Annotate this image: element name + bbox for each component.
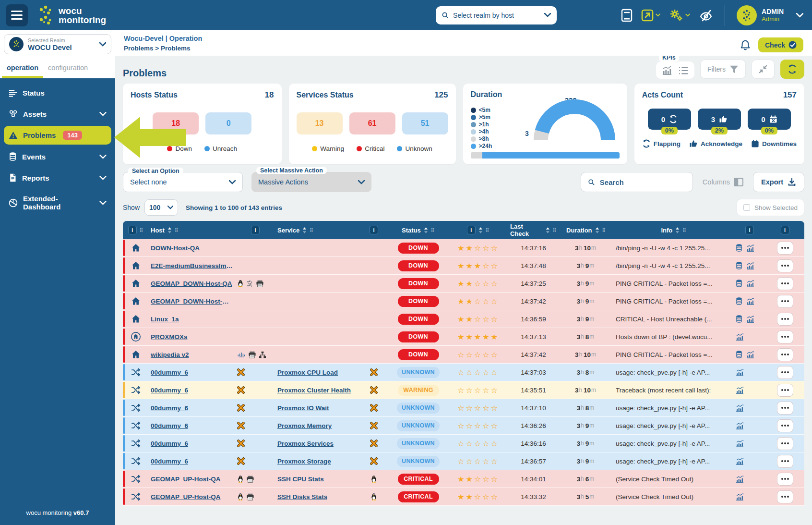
kpi-chart-icon[interactable] (662, 66, 672, 75)
row-actions-button[interactable] (777, 402, 793, 415)
drag-handle-icon[interactable]: ⠿ (682, 228, 686, 233)
table-row[interactable]: DOWN-Host-QA DOWN ★★☆☆☆ 14:37:16 3h10m /… (123, 239, 804, 257)
criticality-stars[interactable]: ☆☆☆☆☆ (457, 457, 499, 466)
row-actions-button[interactable] (777, 295, 793, 308)
host-link[interactable]: GEOMAP_DOWN-Host-QA (151, 280, 232, 287)
table-row[interactable]: 00dummy_6 Proxmox IO Wait UNKNOWN ☆☆☆☆☆ … (123, 399, 804, 417)
host-link[interactable]: 00dummy_6 (151, 369, 188, 376)
criticality-stars[interactable]: ★★☆☆☆ (457, 297, 499, 306)
criticality-stars[interactable]: ★★☆☆☆ (457, 492, 499, 501)
service-link[interactable]: SSH CPU Stats (277, 476, 324, 483)
service-link[interactable]: Proxmox IO Wait (277, 404, 329, 412)
table-row[interactable]: 00dummy_6 Proxmox Cluster Health WARNING… (123, 381, 804, 399)
host-link[interactable]: Linux_1a (151, 316, 179, 323)
search-input[interactable] (600, 178, 686, 186)
table-row[interactable]: 00dummy_6 Proxmox Memory UNKNOWN ☆☆☆☆☆ 1… (123, 417, 804, 435)
info-tooltip-icon[interactable]: i (467, 226, 476, 234)
host-link[interactable]: PROXMOXs (151, 333, 188, 341)
row-actions-button[interactable] (777, 384, 793, 397)
hamburger-menu-button[interactable] (6, 4, 28, 26)
info-tooltip-icon[interactable]: i (781, 226, 789, 234)
criticality-stars[interactable]: ★★☆☆☆ (457, 244, 499, 253)
status-count-box[interactable]: 51 (402, 112, 448, 134)
page-size-select[interactable]: 100 (144, 199, 178, 216)
drag-handle-icon[interactable]: ⠿ (486, 228, 490, 233)
criticality-stars[interactable]: ☆☆☆☆☆ (457, 403, 499, 413)
col-last-check[interactable]: Last Check (510, 223, 543, 237)
drag-handle-icon[interactable]: ⠿ (553, 228, 557, 233)
col-host[interactable]: Host (151, 227, 165, 234)
external-tools-menu[interactable] (641, 9, 660, 22)
table-row[interactable]: wikipedia v2 CISCO DOWN ☆☆☆☆☆ 14:37:42 3… (123, 346, 804, 364)
criticality-stars[interactable]: ★★★★★ (457, 332, 499, 342)
drag-handle-icon[interactable]: ⠿ (140, 228, 143, 233)
criticality-stars[interactable]: ☆☆☆☆☆ (457, 421, 499, 430)
row-actions-button[interactable] (777, 455, 793, 468)
host-link[interactable]: wikipedia v2 (151, 351, 189, 358)
table-row[interactable]: GEOMAP_DOWN-Host-QA DOWN ★★☆☆☆ 14:37:25 … (123, 275, 804, 293)
status-count-box[interactable]: 61 (349, 112, 395, 134)
check-button[interactable]: Check (758, 37, 803, 52)
show-selected-toggle[interactable]: Show Selected (737, 199, 804, 216)
row-actions-button[interactable] (777, 490, 793, 503)
sort-icon[interactable] (595, 227, 599, 233)
row-actions-button[interactable] (777, 437, 793, 450)
filters-button[interactable]: Filters (700, 60, 746, 79)
criticality-stars[interactable]: ☆☆☆☆☆ (457, 439, 499, 448)
criticality-stars[interactable]: ★★☆☆☆ (457, 279, 499, 288)
service-link[interactable]: Proxmox Cluster Health (277, 387, 351, 394)
visibility-toggle-button[interactable] (699, 9, 713, 22)
sidebar-item-extended-dashboard[interactable]: Extended-Dashboard (4, 190, 111, 216)
service-link[interactable]: Proxmox Services (277, 440, 334, 447)
act-tile-acknowledge[interactable]: 3 2% (698, 109, 741, 130)
criticality-stars[interactable]: ★★★☆☆ (457, 261, 499, 270)
host-link[interactable]: 00dummy_6 (151, 387, 188, 394)
sidebar-item-status[interactable]: Status (4, 84, 111, 102)
row-actions-button[interactable] (777, 419, 793, 432)
status-count-box[interactable]: 0 (205, 112, 251, 134)
table-row[interactable]: E2E-mediumBusinessImpactHost DOWN ★★★☆☆ … (123, 257, 804, 275)
sort-icon[interactable] (424, 227, 428, 233)
table-row[interactable]: 00dummy_6 Proxmox Services UNKNOWN ☆☆☆☆☆… (123, 435, 804, 452)
host-link[interactable]: 00dummy_6 (151, 458, 188, 465)
host-link[interactable]: E2E-mediumBusinessImpactHost (151, 262, 233, 269)
service-link[interactable]: Proxmox Memory (277, 422, 332, 429)
host-link[interactable]: GEOMAP_UP-Host-QA (151, 493, 221, 501)
collapse-button[interactable] (752, 60, 775, 79)
host-link[interactable]: 00dummy_6 (151, 404, 188, 412)
row-actions-button[interactable] (777, 242, 793, 255)
columns-button[interactable]: Columns (703, 178, 743, 186)
bell-icon[interactable] (740, 39, 751, 51)
host-link[interactable]: GEOMAP_DOWN-Host-QA2 (151, 298, 233, 305)
host-link[interactable]: 00dummy_6 (151, 440, 188, 447)
export-button[interactable]: Export (753, 172, 804, 192)
info-tooltip-icon[interactable]: i (370, 226, 378, 234)
info-tooltip-icon[interactable]: i (251, 226, 260, 234)
col-status[interactable]: Status (402, 227, 421, 234)
act-tile-downtimes[interactable]: 0 0% (748, 109, 791, 130)
row-actions-button[interactable] (777, 313, 793, 326)
table-row[interactable]: GEOMAP_UP-Host-QA SSH CPU Stats CRITICAL… (123, 470, 804, 488)
tab-operation[interactable]: operation (2, 58, 43, 78)
criticality-stars[interactable]: ★★☆☆☆ (457, 315, 499, 324)
sort-icon[interactable] (167, 227, 172, 233)
table-row[interactable]: Linux_1a DOWN ★★☆☆☆ 14:36:59 3h9m CRITIC… (123, 310, 804, 328)
status-count-box[interactable]: 13 (297, 112, 343, 134)
tab-configuration[interactable]: configuration (43, 58, 93, 78)
realm-search-select[interactable]: Select realm by host (436, 6, 557, 24)
kpi-list-icon[interactable] (678, 66, 689, 75)
row-actions-button[interactable] (777, 277, 793, 290)
act-tile-flapping[interactable]: 0 0% (648, 109, 691, 130)
sort-icon[interactable] (675, 227, 680, 233)
row-actions-button[interactable] (777, 348, 793, 361)
row-actions-button[interactable] (777, 473, 793, 486)
table-row[interactable]: 00dummy_6 Proxmox CPU Load UNKNOWN ☆☆☆☆☆… (123, 364, 804, 381)
massive-actions-select[interactable]: Select Massive Action Massive Actions (251, 172, 371, 192)
sort-icon[interactable] (478, 227, 483, 233)
row-actions-button[interactable] (777, 259, 793, 272)
table-row[interactable]: GEOMAP_UP-Host-QA SSH Disks Stats CRITIC… (123, 488, 804, 506)
table-search[interactable] (581, 172, 693, 192)
criticality-stars[interactable]: ☆☆☆☆☆ (457, 368, 499, 377)
host-link[interactable]: 00dummy_6 (151, 422, 188, 429)
table-row[interactable]: PROXMOXs DOWN ★★★★★ 14:37:13 3h8m Hosts … (123, 328, 804, 346)
